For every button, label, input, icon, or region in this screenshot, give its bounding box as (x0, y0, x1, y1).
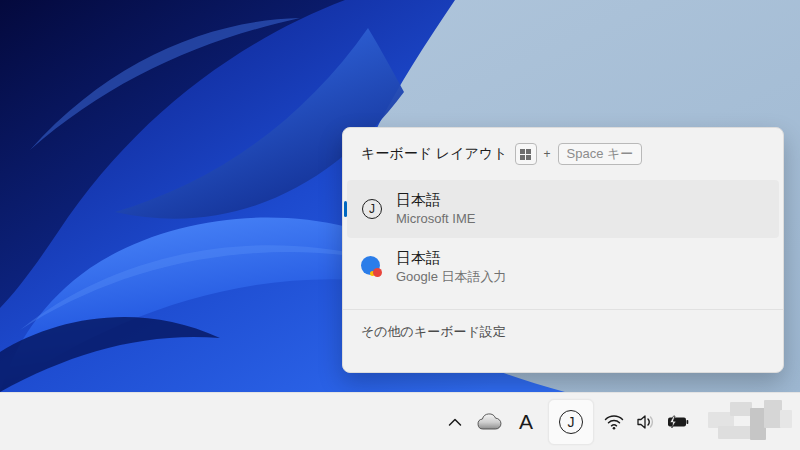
layout-item-google-japanese-input[interactable]: 日本語 Google 日本語入力 (347, 238, 779, 296)
taskbar: A J (0, 392, 800, 450)
plus-sign: + (544, 147, 551, 161)
j-glyph: J (362, 199, 382, 219)
layout-item-microsoft-ime[interactable]: J 日本語 Microsoft IME (347, 180, 779, 238)
windows-key-icon (515, 143, 537, 165)
wifi-button[interactable] (598, 401, 630, 443)
flyout-spacer (343, 296, 783, 309)
more-keyboard-settings-link[interactable]: その他のキーボード設定 (361, 323, 506, 341)
keyboard-layout-list: J 日本語 Microsoft IME 日本語 Google 日本語入力 (343, 180, 783, 296)
ime-language-button[interactable]: J (548, 399, 594, 445)
show-hidden-icons-button[interactable] (440, 401, 470, 443)
flyout-title: キーボード レイアウト (361, 145, 508, 163)
flyout-header: キーボード レイアウト + Space キー (343, 128, 783, 180)
clock-date-blurred[interactable] (700, 398, 796, 446)
battery-charging-icon (667, 415, 689, 429)
blur-block (780, 410, 792, 428)
microsoft-ime-j-circle-icon: J (361, 198, 383, 220)
ime-j-circle-icon: J (559, 410, 583, 434)
google-japanese-input-icon (361, 256, 383, 278)
keyboard-layout-flyout: キーボード レイアウト + Space キー J 日本語 Microsoft I… (342, 127, 784, 373)
item-sublabel: Microsoft IME (396, 210, 475, 228)
item-text: 日本語 Microsoft IME (396, 190, 475, 228)
volume-button[interactable] (630, 401, 662, 443)
system-tray: A J (440, 393, 796, 450)
item-label: 日本語 (396, 248, 507, 268)
onedrive-cloud-icon (476, 413, 502, 431)
wifi-icon (604, 414, 624, 430)
ime-mode-indicator[interactable]: A (508, 401, 544, 443)
onedrive-button[interactable] (470, 401, 508, 443)
blur-block (730, 402, 752, 416)
item-text: 日本語 Google 日本語入力 (396, 248, 507, 286)
selected-accent-pill (344, 201, 347, 217)
battery-button[interactable] (662, 401, 694, 443)
item-sublabel: Google 日本語入力 (396, 268, 507, 286)
chevron-up-icon (447, 417, 463, 427)
space-key-chip: Space キー (558, 143, 643, 165)
flyout-footer: その他のキーボード設定 (343, 310, 783, 372)
item-label: 日本語 (396, 190, 475, 210)
google-icon-red-dot (373, 268, 382, 277)
volume-icon (636, 414, 656, 430)
blur-block (718, 426, 752, 439)
